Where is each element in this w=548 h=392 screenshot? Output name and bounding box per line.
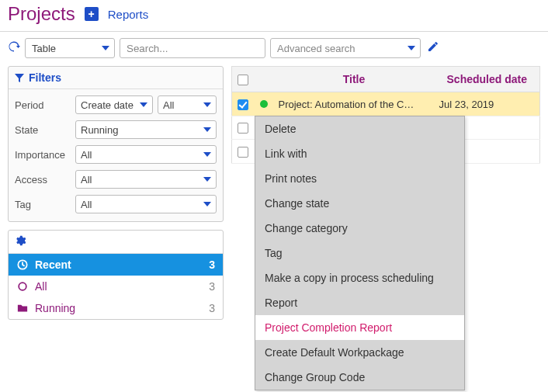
status-dot-icon: [260, 100, 268, 108]
row-date: Jul 23, 2019: [435, 92, 540, 116]
context-menu-item[interactable]: Change Group Code: [255, 365, 464, 390]
filter-label-access: Access: [15, 174, 71, 186]
context-menu: DeleteLink withPrint notesChange stateCh…: [255, 116, 465, 390]
chevron-down-icon: [102, 46, 109, 50]
importance-select[interactable]: All: [75, 145, 217, 164]
context-menu-item[interactable]: Make a copy in process scheduling: [255, 265, 464, 290]
quick-filters-panel: Recent3All3Running3: [8, 230, 224, 320]
view-mode-value: Table: [32, 43, 56, 54]
chevron-down-icon: [408, 46, 415, 50]
refresh-icon[interactable]: [8, 40, 20, 56]
chevron-down-icon: [203, 177, 211, 182]
row-title: Project: Automation of the C…: [274, 92, 435, 116]
view-mode-select[interactable]: Table: [25, 38, 115, 58]
page-title: Projects: [8, 3, 75, 25]
gear-icon[interactable]: [15, 236, 26, 248]
context-menu-item[interactable]: Change state: [255, 191, 464, 216]
folder-icon: [16, 303, 29, 314]
advanced-search-select[interactable]: Advanced search: [270, 38, 421, 58]
advanced-search-label: Advanced search: [277, 43, 355, 54]
svg-point-1: [19, 283, 26, 290]
chevron-down-icon: [203, 152, 211, 157]
context-menu-item[interactable]: Project Completion Report: [255, 315, 464, 340]
select-all-checkbox[interactable]: [238, 75, 248, 85]
context-menu-item[interactable]: Link with: [255, 141, 464, 166]
chevron-down-icon: [203, 127, 211, 132]
filter-label-state: State: [15, 124, 71, 136]
period-value-select[interactable]: All: [158, 95, 217, 114]
row-checkbox[interactable]: [238, 147, 248, 158]
edit-search-icon[interactable]: [427, 40, 439, 56]
quick-filter-running[interactable]: Running3: [9, 297, 223, 319]
quick-filter-count: 3: [209, 258, 215, 271]
tag-select[interactable]: All: [75, 195, 217, 213]
filter-icon: [15, 73, 24, 82]
add-project-button[interactable]: +: [85, 7, 99, 21]
quick-filter-recent[interactable]: Recent3: [9, 254, 223, 276]
circle-icon: [16, 281, 29, 292]
column-header-title[interactable]: Title: [274, 67, 435, 92]
context-menu-item[interactable]: Tag: [255, 241, 464, 265]
quick-filter-label: All: [35, 280, 47, 293]
context-menu-item[interactable]: Report: [255, 290, 464, 315]
context-menu-item[interactable]: Print notes: [255, 166, 464, 191]
filters-panel: Filters Period Create date All State Run…: [8, 66, 224, 222]
chevron-down-icon: [140, 102, 147, 107]
row-checkbox[interactable]: [238, 123, 248, 134]
filter-label-importance: Importance: [15, 149, 71, 161]
context-menu-item[interactable]: Delete: [255, 116, 464, 141]
clock-icon: [16, 259, 29, 270]
quick-filter-all[interactable]: All3: [9, 276, 223, 297]
access-select[interactable]: All: [75, 170, 217, 189]
chevron-down-icon: [203, 102, 211, 107]
row-checkbox[interactable]: [238, 99, 248, 110]
reports-link[interactable]: Reports: [108, 8, 149, 21]
filter-label-tag: Tag: [15, 199, 71, 210]
context-menu-item[interactable]: Change category: [255, 216, 464, 241]
period-field-select[interactable]: Create date: [75, 95, 153, 114]
filter-label-period: Period: [15, 99, 71, 111]
quick-filter-label: Running: [35, 302, 75, 314]
quick-filter-count: 3: [209, 302, 215, 314]
state-select[interactable]: Running: [75, 120, 217, 139]
search-input[interactable]: [120, 38, 265, 58]
filters-title: Filters: [29, 71, 61, 84]
context-menu-item[interactable]: Create Default Workpackage: [255, 340, 464, 365]
table-row[interactable]: Project: Automation of the C…Jul 23, 201…: [232, 92, 540, 116]
chevron-down-icon: [203, 202, 211, 206]
quick-filter-label: Recent: [35, 258, 71, 271]
quick-filter-count: 3: [209, 280, 215, 293]
column-header-date[interactable]: Scheduled date: [435, 67, 540, 92]
